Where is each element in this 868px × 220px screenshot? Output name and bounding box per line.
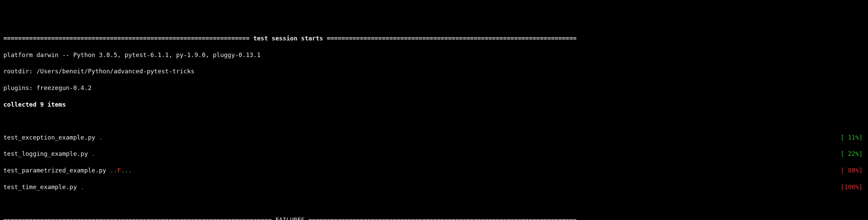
blank-line: [3, 199, 865, 207]
test-result-row: test_exception_example.py .[ 11%]: [3, 133, 865, 142]
test-result-row: test_logging_example.py .[ 22%]: [3, 150, 865, 158]
platform-line: platform darwin -- Python 3.8.5, pytest-…: [3, 51, 865, 59]
test-result-row: test_parametrized_example.py ..F...[ 88%…: [3, 166, 865, 175]
plugins-line: plugins: freezegun-0.4.2: [3, 84, 865, 92]
collected-line: collected 9 items: [3, 100, 865, 109]
terminal-output: ========================================…: [3, 26, 865, 220]
rootdir-line: rootdir: /Users/benoit/Python/advanced-p…: [3, 67, 865, 75]
test-result-row: test_time_example.py .[100%]: [3, 183, 865, 191]
blank-line: [3, 117, 865, 125]
failures-section-rule: ========================================…: [3, 216, 865, 220]
session-header-rule: ========================================…: [3, 34, 865, 42]
